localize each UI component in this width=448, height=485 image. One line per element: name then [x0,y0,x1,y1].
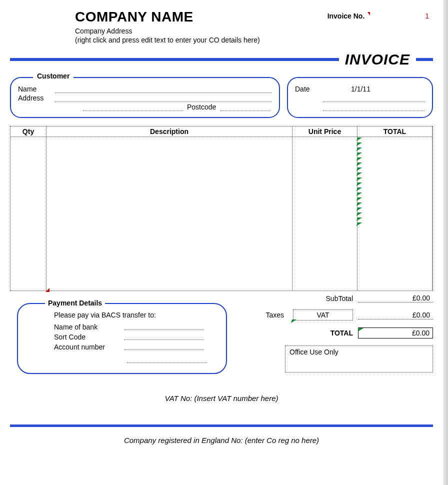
formula-marker-icon [356,172,362,176]
scrollbar[interactable] [443,0,448,485]
grand-total-label: TOTAL [278,329,358,337]
subtotal-value: £0.00 [358,294,433,302]
invoice-title: INVOICE [339,51,416,68]
address-field-2[interactable] [83,103,183,111]
below-items: Payment Details Please pay via BACS tran… [10,294,433,374]
address-label: Address [18,94,55,102]
unit-header: Unit Price [292,126,357,137]
marker-icon [368,12,370,16]
name-label: Name [18,85,55,93]
formula-marker-icon [356,188,362,191]
rule-right [416,58,433,61]
extra-field[interactable] [127,356,207,363]
totals-block: SubTotal £0.00 Taxes VAT £0.00 TOTAL £0.… [237,294,433,374]
bank-label: Name of bank [54,323,124,331]
formula-marker-icon [356,162,362,166]
date-label: Date [295,85,323,93]
formula-marker-icon [356,152,362,156]
payment-title: Payment Details [45,299,105,307]
col-unit-price: Unit Price [292,126,358,291]
postcode-field[interactable] [220,103,270,111]
vat-value: £0.00 [358,311,433,320]
error-marker-icon [46,288,50,292]
qty-header: Qty [10,126,46,137]
payment-box: Payment Details Please pay via BACS tran… [17,303,227,374]
company-name[interactable]: COMPANY NAME [75,9,260,25]
col-qty: Qty [10,126,46,291]
desc-header: Description [46,126,292,137]
title-bar: INVOICE [10,51,433,68]
formula-marker-icon [356,178,362,181]
name-field[interactable] [55,85,272,93]
invoice-page: COMPANY NAME Company Address (right clic… [0,0,448,454]
formula-marker-icon [356,142,362,146]
col-description: Description [46,126,292,291]
formula-marker-icon [356,158,362,161]
info-boxes: Customer Name Address Postcode Date 1/1/… [10,77,433,118]
items-table: Qty Description Unit Price TOTAL [10,126,433,291]
bottom-rule [10,424,433,427]
registration-line[interactable]: Company registered in England No: (enter… [10,436,433,444]
invoice-number-block: Invoice No. 1 [328,9,433,20]
header: COMPANY NAME Company Address (right clic… [10,9,433,44]
grand-total-value: £0.00 [358,328,433,338]
formula-markers [357,138,362,226]
formula-marker-icon [356,212,362,216]
formula-marker-icon [358,328,364,332]
vat-number-line[interactable]: VAT No: (Insert VAT number here) [10,394,433,402]
date-box: Date 1/1/11 [287,77,433,118]
customer-tab: Customer [33,72,74,80]
formula-marker-icon [356,168,362,171]
total-header: TOTAL [358,126,432,137]
payment-instruction: Please pay via BACS transfer to: [27,311,217,319]
sort-label: Sort Code [54,333,124,341]
invoice-no-label: Invoice No. [328,12,365,20]
formula-marker-icon [356,148,362,151]
address-field[interactable] [55,94,272,102]
bank-field[interactable] [124,323,204,330]
formula-marker-icon [356,138,362,141]
office-label: Office Use Only [290,348,338,356]
company-address[interactable]: Company Address [75,27,260,35]
sort-field[interactable] [124,333,204,340]
postcode-label: Postcode [183,103,220,111]
formula-marker-icon [356,208,362,211]
taxes-label: Taxes [266,311,293,319]
formula-marker-icon [356,218,362,221]
rule-left [10,58,339,61]
formula-marker-icon [356,182,362,186]
customer-box: Customer Name Address Postcode [10,77,280,118]
date-value[interactable]: 1/1/11 [351,85,391,93]
invoice-no-value[interactable]: 1 [425,12,429,20]
company-hint: (right click and press edit text to ente… [75,36,260,44]
subtotal-label: SubTotal [278,294,358,302]
company-block: COMPANY NAME Company Address (right clic… [10,9,260,44]
formula-marker-icon [356,222,362,226]
office-box[interactable]: Office Use Only [285,346,433,372]
date-line-2[interactable] [323,103,425,111]
col-total: TOTAL [358,126,432,291]
formula-marker-icon [356,202,362,206]
vat-label: VAT [293,310,353,320]
formula-marker-icon [356,198,362,201]
formula-marker-icon [356,192,362,196]
date-line-1[interactable] [323,94,425,102]
account-field[interactable] [124,343,204,350]
account-label: Account number [54,343,124,351]
